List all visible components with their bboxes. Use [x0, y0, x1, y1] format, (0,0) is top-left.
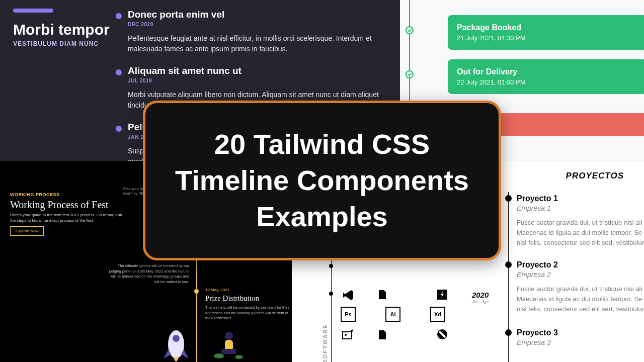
- panel-title: Morbi tempor: [13, 21, 110, 38]
- svg-point-5: [214, 353, 224, 358]
- section-title: PROYECTOS: [566, 171, 624, 181]
- svg-rect-8: [343, 332, 352, 339]
- xd-icon: Xd: [430, 307, 445, 322]
- block-body: The ultimate genius will be revealed by …: [105, 263, 189, 285]
- item-date: JUL 2019: [128, 78, 399, 83]
- project-company: Empresa 1: [517, 204, 551, 212]
- project-body: Fusce auctor gravida dui, ut tristique n…: [517, 218, 644, 248]
- status-date: 22 July 2021, 01:00 PM: [457, 78, 637, 86]
- svg-point-2: [225, 332, 233, 340]
- project-title: Proyecto 3: [517, 328, 558, 337]
- timeline-dot-icon: [505, 195, 512, 202]
- block-body: The winners will be contacted by our tea…: [205, 305, 290, 321]
- status-card: Package Booked 21 July 2021, 04:30 PM: [448, 15, 644, 50]
- timeline-item: Donec porta enim vel DEC 2020 Pellentesq…: [113, 9, 399, 54]
- timeline-dot-icon: [116, 13, 122, 19]
- timeline-dot-icon: [329, 292, 333, 296]
- project-body: Fusce auctor gravida dui, ut tristique n…: [517, 284, 644, 314]
- year-label: 2020 Jul. - Ago: [472, 291, 489, 304]
- svg-rect-4: [221, 349, 236, 354]
- svg-point-1: [173, 335, 180, 342]
- item-title: Donec porta enim vel: [128, 9, 399, 20]
- timeline-dot-icon: [505, 329, 512, 336]
- timeline-axis: [508, 192, 509, 362]
- project-company: Empresa 2: [517, 270, 551, 279]
- accent-bar: [13, 9, 53, 13]
- block-title: Prize Distribution: [205, 294, 290, 303]
- photoshop-icon: Ps: [341, 307, 356, 322]
- timeline-block: 12 May, 2021 Prize Distribution The winn…: [205, 288, 290, 321]
- vscode-icon: [342, 289, 354, 301]
- timeline-axis-green: [409, 0, 410, 106]
- project-title: Proyecto 2: [517, 260, 558, 269]
- item-date: DEC 2020: [128, 22, 399, 27]
- file-icon: [377, 290, 387, 300]
- check-circle-icon: [406, 26, 414, 34]
- section-desc: Here's your guide to the tech fest 2021 …: [10, 212, 128, 223]
- project-title: Proyecto 1: [517, 194, 558, 203]
- svg-point-6: [235, 355, 243, 359]
- circle-slash-icon: [437, 329, 448, 340]
- section-title: Working Process of Fest: [10, 199, 109, 211]
- project-company: Empresa 3: [517, 338, 551, 346]
- svg-point-9: [345, 334, 347, 336]
- software-label: SOFTWARE: [322, 324, 328, 362]
- overlay-heading: 20 Tailwind CSS Timeline Components Exam…: [145, 126, 499, 234]
- bolt-square-icon: [437, 289, 448, 300]
- panel-subtitle: VESTIBULUM DIAM NUNC: [13, 40, 99, 47]
- status-title: Package Booked: [457, 23, 637, 32]
- image-icon: [342, 329, 353, 340]
- timeline-axis: [331, 254, 332, 362]
- timeline-dot-icon: [116, 69, 122, 75]
- illustrator-icon: Ai: [385, 307, 400, 322]
- timeline-dot-icon: [329, 264, 333, 268]
- block-date: 12 May, 2021: [205, 288, 290, 292]
- title-overlay: 20 Tailwind CSS Timeline Components Exam…: [143, 101, 501, 260]
- status-card: Out for Delivery 22 July 2021, 01:00 PM: [448, 59, 644, 94]
- timeline-dot-icon: [505, 261, 512, 268]
- panel-proyectos: PROYECTOS Proyecto 1 Empresa 1 Fusce auc…: [496, 161, 644, 362]
- timeline-dot-icon: [194, 289, 199, 294]
- item-title: Aliquam sit amet nunc ut: [128, 65, 399, 76]
- section-tag: WORKING PROCESS: [10, 192, 60, 197]
- explore-button[interactable]: Explore Now: [10, 226, 44, 236]
- rocket-icon: [158, 319, 194, 362]
- item-body: Pellentesque feugiat ante at nisl effici…: [128, 33, 399, 54]
- check-circle-icon: [406, 70, 414, 78]
- timeline-dot-icon: [116, 126, 122, 132]
- status-date: 21 July 2021, 04:30 PM: [457, 34, 637, 42]
- file-icon: [377, 330, 387, 340]
- status-title: Out for Delivery: [457, 67, 637, 76]
- person-sitting-icon: [211, 327, 247, 362]
